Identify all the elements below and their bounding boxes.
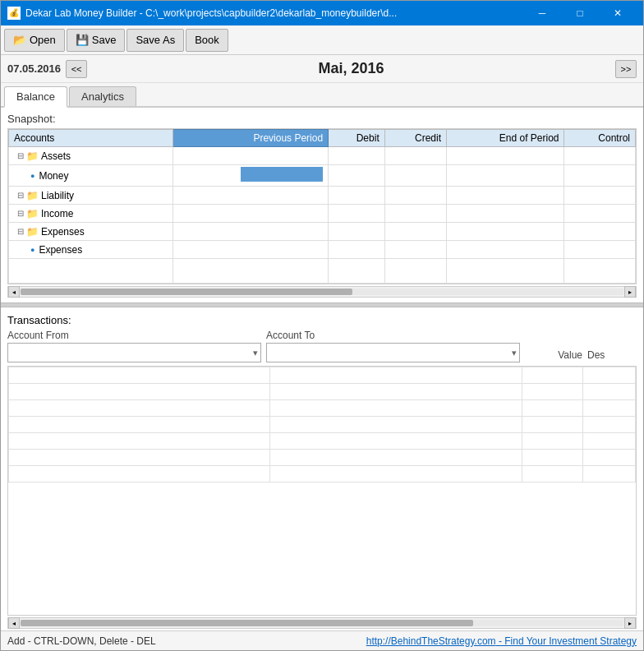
date-navigation: 07.05.2016 << Mai, 2016 >> (1, 55, 643, 83)
save-as-button[interactable]: Save As (126, 29, 184, 52)
snapshot-table-wrapper[interactable]: Accounts Previous Period Debit Credit En… (7, 128, 637, 284)
table-row: ⊟ 📁 Expenses (9, 223, 636, 241)
cell (173, 187, 329, 205)
cell (564, 259, 636, 284)
tree-item-money: ● Money (14, 170, 168, 182)
open-icon: 📂 (13, 34, 26, 47)
tree-item-assets: ⊟ 📁 Assets (14, 150, 168, 162)
cell (173, 223, 329, 241)
cell (384, 165, 446, 187)
save-as-label: Save As (136, 34, 175, 46)
cell (269, 433, 522, 450)
cell (269, 384, 522, 400)
save-button[interactable]: 💾 Save (67, 29, 126, 52)
value-column-header: Value (525, 330, 582, 362)
cell (9, 450, 270, 466)
save-label: Save (92, 34, 117, 46)
folder-icon: 📁 (26, 150, 39, 162)
tabs-bar: Balance Analytics (1, 83, 643, 108)
scroll-left-button[interactable]: ◂ (8, 286, 20, 298)
book-button[interactable]: Book (186, 29, 228, 52)
expand-icon[interactable]: ⊟ (17, 151, 24, 160)
cell (9, 466, 270, 482)
col-control: Control (564, 130, 636, 147)
account-to-label: Account To (266, 330, 520, 341)
period-title: Mai, 2016 (92, 60, 610, 77)
account-from-group: Account From (7, 330, 261, 362)
cell (173, 205, 329, 223)
cell (583, 400, 636, 417)
expand-icon[interactable]: ⊟ (17, 209, 24, 218)
account-name: Income (41, 208, 73, 219)
expand-icon[interactable]: ⊟ (17, 191, 24, 200)
cell (173, 259, 329, 284)
cell (583, 450, 636, 466)
snapshot-table: Accounts Previous Period Debit Credit En… (8, 129, 636, 284)
cell-money-prev[interactable] (173, 165, 329, 187)
open-button[interactable]: 📂 Open (4, 29, 65, 52)
cell (447, 259, 564, 284)
snapshot-label: Snapshot: (7, 113, 637, 125)
transactions-table-wrapper[interactable] (7, 366, 637, 616)
cell (583, 466, 636, 482)
cell (564, 223, 636, 241)
cell (522, 450, 583, 466)
cell (9, 400, 270, 417)
folder-icon: 📁 (26, 226, 39, 238)
prev-period-button[interactable]: << (66, 60, 87, 78)
cell (564, 205, 636, 223)
cell (329, 259, 385, 284)
shortcut-hint: Add - CTRL-DOWN, Delete - DEL (7, 635, 156, 647)
table-row (9, 450, 636, 466)
account-from-select[interactable] (7, 343, 261, 362)
cell (173, 241, 329, 259)
cell (522, 400, 583, 417)
scroll-thumb (21, 289, 352, 295)
current-date: 07.05.2016 (7, 62, 61, 75)
expand-icon[interactable]: ⊟ (17, 227, 24, 236)
table-row (9, 384, 636, 400)
trans-scroll-track[interactable] (21, 620, 623, 626)
cell (583, 367, 636, 384)
snapshot-section: Snapshot: (1, 108, 643, 128)
cell (384, 259, 446, 284)
maximize-button[interactable]: □ (561, 1, 599, 25)
cell (384, 241, 446, 259)
website-link[interactable]: http://BehindTheStrategy.com - Find Your… (366, 635, 637, 647)
transactions-scrollbar[interactable]: ◂ ▸ (7, 617, 637, 629)
cell (329, 223, 385, 241)
col-end-period: End of Period (447, 130, 564, 147)
close-button[interactable]: ✕ (599, 1, 637, 25)
scroll-track[interactable] (21, 289, 623, 295)
trans-scroll-left-button[interactable]: ◂ (8, 617, 20, 629)
cell (564, 187, 636, 205)
cell (173, 147, 329, 165)
tree-item-expenses-group: ⊟ 📁 Expenses (14, 226, 168, 238)
next-period-button[interactable]: >> (615, 60, 637, 78)
cell (269, 400, 522, 417)
transactions-label: Transactions: (7, 314, 637, 326)
app-icon: 💰 (7, 7, 21, 20)
account-to-select[interactable] (266, 343, 520, 362)
book-label: Book (195, 34, 219, 46)
snapshot-scrollbar[interactable]: ◂ ▸ (7, 286, 637, 298)
minimize-button[interactable]: ─ (523, 1, 561, 25)
cell (447, 147, 564, 165)
cell (384, 205, 446, 223)
cell (447, 205, 564, 223)
cell (329, 147, 385, 165)
tree-item-expenses-leaf: ● Expenses (14, 244, 168, 256)
table-row (9, 367, 636, 384)
tab-balance[interactable]: Balance (4, 86, 67, 108)
tab-analytics[interactable]: Analytics (69, 86, 136, 106)
scroll-right-button[interactable]: ▸ (624, 286, 636, 298)
content-area: Snapshot: Accounts Previous Period Debit… (1, 108, 643, 650)
tree-item-liability: ⊟ 📁 Liability (14, 190, 168, 201)
transactions-table (8, 367, 636, 482)
cell-input[interactable] (241, 167, 323, 182)
cell (522, 417, 583, 433)
cell (269, 417, 522, 433)
cell (447, 241, 564, 259)
trans-scroll-right-button[interactable]: ▸ (624, 617, 636, 629)
col-previous-period: Previous Period (173, 130, 329, 147)
